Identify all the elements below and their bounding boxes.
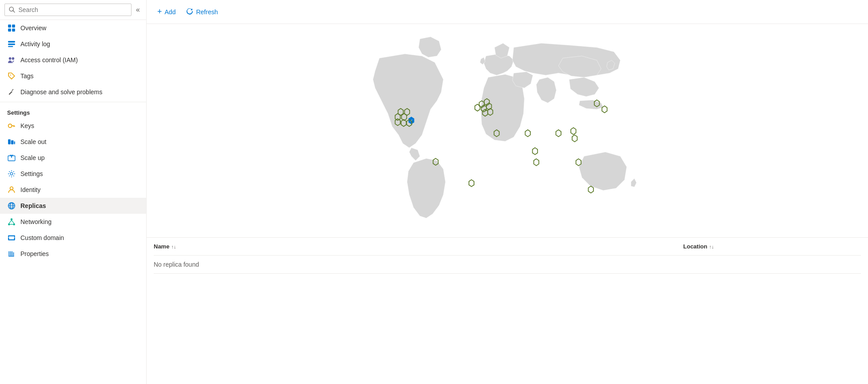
svg-rect-17 [8,139,11,144]
sidebar-item-label: Identity [20,186,40,193]
sidebar-item-keys[interactable]: Keys [0,118,146,134]
sidebar-item-label: Diagnose and solve problems [20,88,102,96]
svg-rect-7 [8,44,15,45]
sidebar-item-label: Custom domain [20,234,64,241]
grid-icon [7,24,16,32]
svg-point-0 [9,7,13,11]
scale-up-icon [7,153,16,162]
main-content: + Add Refresh [147,0,868,384]
sidebar-item-label: Properties [20,250,49,257]
globe-icon [7,201,16,210]
add-button[interactable]: + Add [154,4,179,19]
sidebar-item-label: Scale up [20,154,44,161]
svg-rect-3 [12,24,15,28]
toolbar: + Add Refresh [147,0,868,24]
collapse-button[interactable]: « [134,4,142,16]
refresh-label: Refresh [196,8,218,16]
sidebar: « Overview A [0,0,147,384]
empty-message: No replica found [154,261,199,268]
svg-marker-67 [572,135,577,142]
svg-point-32 [8,223,10,225]
svg-point-24 [10,172,13,175]
svg-marker-64 [571,128,576,134]
svg-rect-8 [8,46,13,47]
svg-rect-2 [8,24,11,28]
sidebar-item-custom-domain[interactable]: Custom domain [0,230,146,246]
sidebar-search-row: « [0,0,146,20]
svg-rect-5 [12,28,15,32]
svg-line-1 [13,11,15,12]
sidebar-item-scale-out[interactable]: Scale out [0,134,146,150]
svg-line-34 [9,220,12,224]
sidebar-item-label: Tags [20,72,34,80]
sidebar-item-activity-log[interactable]: Activity log [0,36,146,52]
sidebar-item-diagnose[interactable]: Diagnose and solve problems [0,84,146,100]
svg-marker-63 [556,130,561,136]
sidebar-item-replicas[interactable]: Replicas [0,198,146,214]
sidebar-item-access-control[interactable]: Access control (IAM) [0,52,146,68]
svg-point-13 [8,124,12,128]
sidebar-item-identity[interactable]: Identity [0,182,146,198]
search-box[interactable] [4,4,131,16]
sidebar-item-label: Scale out [20,138,46,145]
sidebar-item-label: Overview [20,24,46,32]
empty-state-row: No replica found [154,256,861,274]
sidebar-item-label: Settings [20,170,43,177]
refresh-icon [186,8,193,16]
table-header: Name ↑↓ Location ↑↓ [154,238,861,256]
svg-marker-73 [602,106,607,112]
svg-marker-65 [534,159,539,165]
people-icon [7,56,16,64]
sidebar-item-properties[interactable]: Properties [0,246,146,262]
nav-section: Overview Activity log [0,20,146,100]
location-sort-icon[interactable]: ↑↓ [709,244,714,249]
sidebar-item-networking[interactable]: Networking [0,214,146,230]
svg-marker-66 [576,159,581,165]
svg-line-35 [12,220,14,224]
list-icon [7,40,16,48]
svg-point-25 [10,187,13,190]
scale-out-icon [7,137,16,146]
network-icon [7,217,16,226]
world-map: ✓ [147,24,868,237]
column-name[interactable]: Name ↑↓ [154,243,683,250]
svg-rect-6 [8,41,15,42]
svg-point-11 [10,75,11,76]
svg-rect-18 [11,140,14,144]
svg-point-31 [11,218,13,220]
sidebar-item-label: Networking [20,218,52,225]
wrench-icon [7,88,16,96]
sidebar-item-scale-up[interactable]: Scale up [0,150,146,166]
gear-icon [7,169,16,178]
world-map-svg: ✓ [147,24,868,237]
properties-icon [7,249,16,258]
svg-point-33 [13,223,15,225]
content-area: ✓ [147,24,868,384]
svg-rect-19 [14,141,15,144]
identity-icon [7,185,16,194]
name-column-label: Name [154,243,169,250]
replicas-table: Name ↑↓ Location ↑↓ No replica found [147,237,868,274]
sidebar-item-overview[interactable]: Overview [0,20,146,36]
add-label: Add [165,8,176,16]
svg-point-9 [9,57,12,60]
svg-rect-38 [9,236,14,240]
search-input[interactable] [18,6,127,13]
name-sort-icon[interactable]: ↑↓ [171,244,176,249]
svg-marker-62 [533,148,538,154]
svg-rect-4 [8,28,11,32]
sidebar-item-settings[interactable]: Settings [0,166,146,182]
sidebar-item-label: Replicas [20,202,46,209]
plus-icon: + [157,7,162,16]
sidebar-item-label: Activity log [20,40,50,48]
sidebar-item-label: Access control (IAM) [20,56,78,64]
sidebar-item-tags[interactable]: Tags [0,68,146,84]
svg-marker-68 [469,180,474,186]
location-column-label: Location [683,243,707,250]
tag-icon [7,72,16,80]
refresh-button[interactable]: Refresh [183,5,221,19]
key-icon [7,121,16,130]
settings-section-header: Settings [0,102,146,118]
search-icon [8,6,16,14]
column-location[interactable]: Location ↑↓ [683,243,861,250]
